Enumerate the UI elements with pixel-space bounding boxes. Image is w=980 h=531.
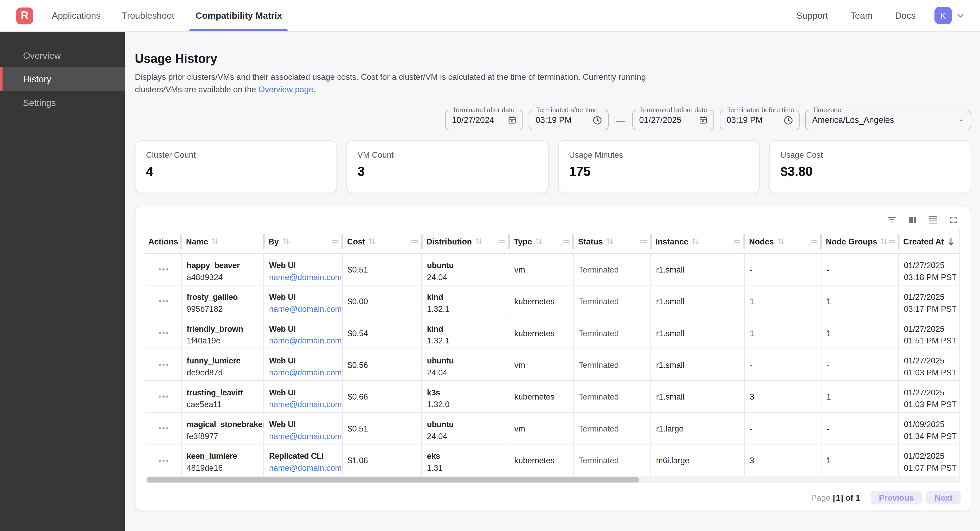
drag-handle-icon[interactable] <box>498 238 506 244</box>
email-link[interactable]: name@domain.com <box>269 304 342 314</box>
chevron-down-icon[interactable] <box>956 11 965 20</box>
sort-icon[interactable] <box>474 237 483 246</box>
sort-icon[interactable] <box>880 237 888 246</box>
previous-page-button[interactable]: Previous <box>871 491 922 504</box>
sidebar-item-settings[interactable]: Settings <box>0 91 125 114</box>
column-label: Created At <box>903 237 944 246</box>
column-resize-handle[interactable] <box>573 234 574 249</box>
cell-by: Web UIname@domain.com <box>264 317 342 349</box>
cell-cost: $0.56 <box>342 349 422 380</box>
created-date: 01/27/2025 <box>904 387 954 398</box>
email-link[interactable]: name@domain.com <box>269 463 342 472</box>
column-resize-handle[interactable] <box>897 234 899 249</box>
row-actions-button[interactable] <box>155 360 171 369</box>
sidebar-item-history[interactable]: History <box>0 67 125 91</box>
row-actions-button[interactable] <box>155 329 171 338</box>
row-actions-button[interactable] <box>155 297 171 306</box>
drag-handle-icon[interactable] <box>810 238 818 244</box>
column-resize-handle[interactable] <box>180 234 182 249</box>
column-resize-handle[interactable] <box>421 234 423 249</box>
email-link[interactable]: name@domain.com <box>269 273 342 282</box>
drag-handle-icon[interactable] <box>562 238 570 244</box>
calendar-icon[interactable] <box>698 115 708 125</box>
column-resize-handle[interactable] <box>262 234 264 249</box>
sort-icon[interactable] <box>282 237 290 246</box>
scrollbar-thumb[interactable] <box>147 477 639 483</box>
cost-value: $0.56 <box>348 360 368 369</box>
column-resize-handle[interactable] <box>650 234 652 249</box>
sort-icon[interactable] <box>691 237 700 246</box>
email-link[interactable]: name@domain.com <box>269 431 342 441</box>
cell-created-at: 01/09/202501:34 PM PST <box>898 413 958 444</box>
cost-value: $0.51 <box>348 265 368 274</box>
drag-handle-icon[interactable] <box>888 238 896 244</box>
column-header-distribution[interactable]: Distribution <box>422 229 509 253</box>
nav-tab-compatibility-matrix[interactable]: Compatibility Matrix <box>196 0 282 31</box>
column-resize-handle[interactable] <box>508 234 510 249</box>
drag-handle-icon[interactable] <box>331 238 339 244</box>
fullscreen-icon[interactable] <box>946 212 961 227</box>
column-header-node_groups[interactable]: Node Groups <box>821 229 898 253</box>
filters-row: Terminated after date 10/27/2024 Termina… <box>135 109 971 130</box>
row-actions-button[interactable] <box>155 456 171 465</box>
drag-handle-icon[interactable] <box>640 238 648 244</box>
sort-icon[interactable] <box>605 237 614 246</box>
cluster-name: funny_lumiere <box>187 355 260 367</box>
created-time: 01:03 PM PST <box>904 366 954 379</box>
column-header-by[interactable]: By <box>264 229 342 253</box>
next-page-button[interactable]: Next <box>926 491 961 504</box>
replicated-logo[interactable]: R <box>16 7 33 24</box>
column-header-name[interactable]: Name <box>181 229 264 253</box>
stat-label: Usage Cost <box>781 150 960 160</box>
cell-name: keen_lumiere4819de16 <box>181 444 264 476</box>
cluster-id: de9ed87d <box>187 366 260 379</box>
drag-handle-icon[interactable] <box>410 238 418 244</box>
row-actions-button[interactable] <box>155 424 171 433</box>
sort-icon[interactable] <box>368 237 376 246</box>
nav-tab-troubleshoot[interactable]: Troubleshoot <box>122 0 174 31</box>
sorted-desc-icon[interactable] <box>947 237 956 246</box>
density-icon[interactable] <box>925 212 940 227</box>
created-date: 01/02/2025 <box>904 450 954 462</box>
drag-handle-icon[interactable] <box>733 238 741 244</box>
nav-link-support[interactable]: Support <box>796 11 828 21</box>
column-header-type[interactable]: Type <box>509 229 573 253</box>
nav-link-team[interactable]: Team <box>851 11 873 21</box>
cell-status: Terminated <box>573 444 651 476</box>
column-header-nodes[interactable]: Nodes <box>744 229 821 253</box>
column-header-cost[interactable]: Cost <box>342 229 422 253</box>
column-resize-handle[interactable] <box>342 234 343 249</box>
clock-icon[interactable] <box>592 115 602 125</box>
email-link[interactable]: name@domain.com <box>269 336 342 346</box>
column-header-created_at[interactable]: Created At <box>898 229 958 253</box>
sort-icon[interactable] <box>776 237 785 246</box>
overview-page-link[interactable]: Overview page <box>258 85 313 94</box>
email-link[interactable]: name@domain.com <box>269 368 342 377</box>
terminated-after-time-field[interactable]: Terminated after time 03:19 PM <box>529 109 609 130</box>
terminated-before-time-field[interactable]: Terminated before time 03:19 PM <box>720 109 800 130</box>
email-link[interactable]: name@domain.com <box>269 399 342 409</box>
sort-icon[interactable] <box>535 237 543 246</box>
terminated-after-date-field[interactable]: Terminated after date 10/27/2024 <box>445 109 523 130</box>
column-header-status[interactable]: Status <box>573 229 651 253</box>
column-header-instance[interactable]: Instance <box>651 229 744 253</box>
row-actions-button[interactable] <box>155 392 171 401</box>
cell-nodes: 1 <box>744 285 821 317</box>
distribution-name: eks <box>427 450 505 462</box>
nav-link-docs[interactable]: Docs <box>895 11 915 21</box>
calendar-icon[interactable] <box>508 115 517 125</box>
sort-icon[interactable] <box>211 237 220 246</box>
terminated-before-date-field[interactable]: Terminated before date 01/27/2025 <box>632 109 714 130</box>
row-actions-button[interactable] <box>155 265 171 274</box>
column-resize-handle[interactable] <box>820 234 822 249</box>
filter-icon[interactable] <box>884 212 899 227</box>
column-resize-handle[interactable] <box>743 234 745 249</box>
sidebar-item-overview[interactable]: Overview <box>0 44 125 67</box>
user-avatar[interactable]: K <box>934 7 952 24</box>
columns-icon[interactable] <box>905 212 920 227</box>
stat-card-vm-count: VM Count3 <box>346 140 548 193</box>
nav-tab-applications[interactable]: Applications <box>52 0 101 31</box>
timezone-select[interactable]: Timezone America/Los_Angeles <box>805 109 971 130</box>
horizontal-scrollbar[interactable] <box>145 476 959 483</box>
clock-icon[interactable] <box>783 115 793 125</box>
